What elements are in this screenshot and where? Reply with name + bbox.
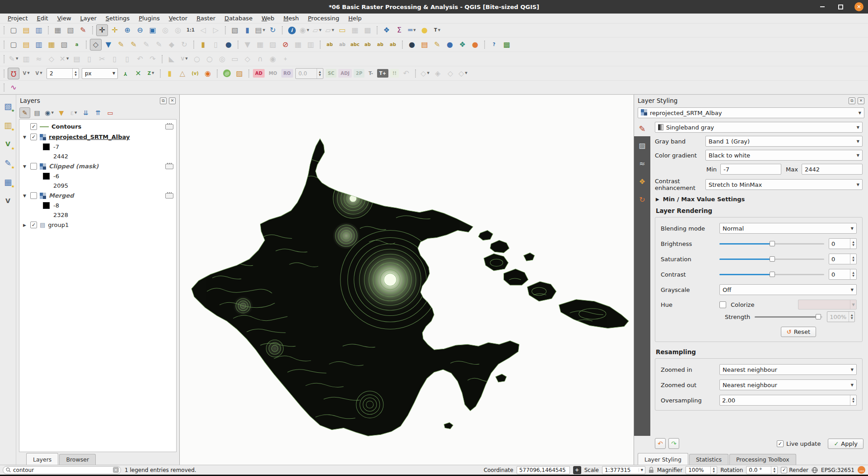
layer-visibility-checkbox[interactable] — [30, 192, 37, 199]
legend-value-row[interactable]: 2328 — [19, 210, 176, 220]
color-gradient-select[interactable]: Black to white ▼ — [705, 150, 863, 161]
gps-location-pin-icon[interactable]: ◉ — [202, 68, 214, 79]
help-contents-icon[interactable]: ? — [488, 39, 500, 51]
add-group-icon[interactable]: ▤ — [32, 107, 42, 118]
construction-mode-button[interactable]: MO — [266, 69, 279, 78]
menu-project[interactable]: Project — [4, 14, 32, 23]
trace-settings-icon[interactable]: △ — [177, 68, 188, 79]
menu-mesh[interactable]: Mesh — [280, 14, 303, 23]
expander-icon[interactable]: ▼ — [23, 135, 30, 139]
measure-icon[interactable]: ═▼ — [406, 24, 418, 36]
brightness-slider[interactable] — [719, 240, 824, 247]
show-layout-manager-icon[interactable]: ▧ — [65, 24, 76, 36]
sketch-tool-icon[interactable]: ✎ — [431, 39, 443, 51]
layer-notification-chip-icon[interactable] — [165, 164, 173, 169]
history-tab-icon[interactable]: ↻ — [636, 194, 648, 206]
add-mesh-layer-icon[interactable]: ▦ — [46, 39, 57, 51]
gps-information-icon[interactable]: (v) — [189, 68, 201, 79]
expander-icon[interactable]: ▼ — [23, 194, 30, 198]
gray-band-select[interactable]: Band 1 (Gray) ▼ — [705, 136, 863, 147]
bookmarks-icon[interactable]: ▤▼ — [254, 24, 266, 36]
map-canvas[interactable] — [180, 95, 634, 465]
spin-arrows-icon[interactable]: ▲▼ — [771, 467, 777, 474]
contrast-spinbox[interactable]: 0▲▼ — [829, 269, 857, 280]
topological-editing-icon[interactable]: Y — [120, 68, 131, 79]
create-text-annotation-icon[interactable]: ✎ — [128, 39, 140, 51]
chevron-down-icon[interactable]: ▼ — [110, 71, 117, 75]
tab-layer-styling[interactable]: Layer Styling — [638, 453, 688, 465]
layer-row[interactable]: ▶✓▤group1 — [19, 220, 176, 230]
legend-value-row[interactable]: 2442 — [19, 152, 176, 161]
zoomed-in-select[interactable]: Nearest neighbour ▼ — [719, 364, 857, 375]
layer-visibility-checkbox[interactable]: ✓ — [30, 134, 37, 140]
label-unpin-icon[interactable]: ab — [336, 39, 348, 51]
colorize-checkbox[interactable] — [719, 301, 726, 308]
zoom-native-resolution-icon[interactable]: 1:1 — [185, 24, 196, 36]
open-layer-styling-icon[interactable]: ✎ — [19, 107, 30, 118]
osgeo-tool-icon[interactable]: ▤ — [419, 39, 430, 51]
tab-browser[interactable]: Browser — [59, 454, 96, 465]
map-tips-icon[interactable]: ● — [419, 24, 430, 36]
histogram-tab-icon[interactable]: ≈ — [636, 158, 648, 170]
expander-icon[interactable]: ▶ — [23, 223, 30, 227]
saturation-spinbox[interactable]: 0▲▼ — [829, 254, 857, 264]
text-annotation-icon[interactable]: T▼ — [431, 24, 443, 36]
snapping-tolerance-spinbox[interactable]: 2▲▼ — [47, 68, 79, 79]
min-input[interactable]: -7 — [720, 164, 781, 175]
strength-slider[interactable] — [755, 314, 822, 320]
toggle-extents-icon[interactable]: + — [573, 466, 581, 474]
annotation-dropdown-icon[interactable]: ▼ — [103, 39, 114, 51]
legend-value-row[interactable]: -6 — [19, 171, 176, 181]
text-bigger-button[interactable]: T+ — [377, 69, 388, 78]
spin-arrows-icon[interactable]: ▲▼ — [710, 467, 717, 474]
locator-search-input[interactable]: contour ✕ — [3, 466, 121, 474]
snapping-segment-mode-icon[interactable]: V▼ — [33, 68, 45, 79]
zoomed-out-select[interactable]: Nearest neighbour ▼ — [719, 379, 857, 390]
advanced-digitizing-panel-button[interactable]: AD — [253, 69, 265, 78]
spin-arrows-icon[interactable]: ▲▼ — [72, 69, 79, 79]
messages-icon[interactable]: … — [858, 466, 865, 474]
spin-arrows-icon[interactable]: ▲▼ — [850, 254, 856, 264]
style-redo-icon[interactable]: ↷ — [668, 438, 679, 449]
maximize-icon[interactable] — [836, 3, 845, 11]
place-search-icon[interactable]: ◎ — [221, 68, 233, 79]
globe-dark-tool-icon[interactable]: ● — [406, 39, 418, 51]
geoprocessing-plugin-icon[interactable]: ❖ — [457, 39, 468, 51]
layer-visibility-checkbox[interactable]: ✓ — [30, 123, 37, 130]
mesh-calculator-icon[interactable]: ▦★ — [2, 176, 14, 188]
max-input[interactable]: 2442 — [802, 164, 863, 175]
menu-database[interactable]: Database — [220, 14, 257, 23]
menu-raster[interactable]: Raster — [192, 14, 219, 23]
digitizing-tools-icon[interactable]: V★ — [2, 138, 14, 150]
apply-button[interactable]: ✓ Apply — [828, 439, 863, 449]
style-undo-icon[interactable]: ↶ — [655, 438, 666, 449]
layers-float-icon[interactable]: ⧉ — [160, 97, 167, 104]
layer-row[interactable]: ▼Clipped (mask) — [19, 161, 176, 171]
label-add-icon[interactable]: ab — [362, 39, 373, 51]
layer-row[interactable]: ✓Contours — [19, 121, 176, 132]
label-rotate-icon[interactable]: ab — [374, 39, 386, 51]
project-new-icon[interactable]: ▢ — [8, 24, 19, 36]
minimize-icon[interactable] — [818, 3, 826, 11]
label-highlight-icon[interactable]: abc — [349, 39, 361, 51]
manage-map-themes-icon[interactable]: ◉▼ — [44, 107, 55, 118]
transparency-tab-icon[interactable]: ▨ — [636, 140, 648, 152]
grayscale-select[interactable]: Off ▼ — [719, 284, 857, 295]
menu-processing[interactable]: Processing — [304, 14, 343, 23]
symbology-tab[interactable]: ✎ — [634, 121, 650, 136]
render-checkbox[interactable]: ✓ — [781, 467, 787, 473]
coordinate-input[interactable]: 577096,1464545 — [517, 466, 570, 474]
styling-float-icon[interactable]: ⧉ — [849, 97, 855, 104]
text-smaller-button[interactable]: T- — [366, 69, 375, 78]
spin-arrows-icon[interactable]: ▲▼ — [850, 395, 856, 405]
spin-arrows-icon[interactable]: ▲▼ — [850, 269, 856, 279]
menu-vector[interactable]: Vector — [165, 14, 191, 23]
annotation-polygon-tool-icon[interactable]: ◇ — [90, 39, 102, 51]
identify-features-icon[interactable]: i — [286, 24, 298, 36]
new-3d-map-view-icon[interactable]: ▮ — [242, 24, 253, 36]
tab-layers[interactable]: Layers — [26, 453, 58, 465]
rotation-spinbox[interactable]: 0.0 °▲▼ — [746, 466, 778, 474]
refresh-map-icon[interactable]: ↻ — [267, 24, 279, 36]
vertex-editor-icon[interactable]: V — [2, 195, 14, 207]
scale-constraint-button[interactable]: SC — [326, 69, 337, 78]
